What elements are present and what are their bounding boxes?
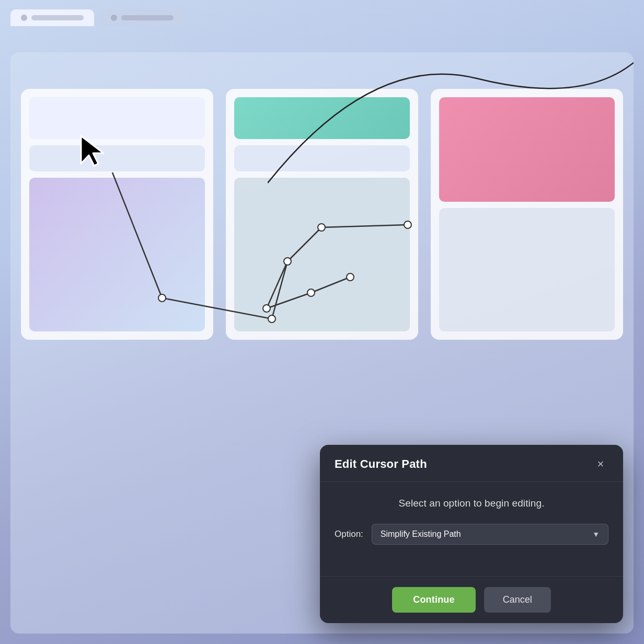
card-center-mid bbox=[234, 145, 410, 171]
tab-dot-2 bbox=[111, 15, 117, 21]
card-right-bottom bbox=[439, 208, 615, 331]
chevron-down-icon: ▼ bbox=[592, 530, 600, 538]
modal-footer: Continue Cancel bbox=[320, 576, 623, 623]
modal-subtitle: Select an option to begin editing. bbox=[335, 498, 608, 509]
tabs-bar bbox=[10, 9, 184, 26]
card-right bbox=[431, 89, 623, 340]
option-row: Option: Simplify Existing Path ▼ bbox=[335, 524, 608, 545]
card-left-bottom bbox=[29, 178, 205, 331]
tab-title-2 bbox=[121, 15, 174, 20]
card-left-top bbox=[29, 97, 205, 139]
tab-2[interactable] bbox=[100, 9, 184, 26]
tab-title-1 bbox=[31, 15, 84, 20]
option-select-dropdown[interactable]: Simplify Existing Path ▼ bbox=[372, 524, 608, 545]
selected-option-text: Simplify Existing Path bbox=[381, 530, 461, 539]
tab-1[interactable] bbox=[10, 9, 94, 26]
modal-header: Edit Cursor Path × bbox=[320, 445, 623, 482]
card-left-mid bbox=[29, 145, 205, 171]
modal-body: Select an option to begin editing. Optio… bbox=[320, 482, 623, 576]
option-label: Option: bbox=[335, 529, 363, 539]
svg-marker-0 bbox=[81, 136, 104, 166]
card-right-top bbox=[439, 97, 615, 202]
modal-dialog: Edit Cursor Path × Select an option to b… bbox=[320, 445, 623, 623]
cursor-icon bbox=[78, 133, 110, 170]
card-left bbox=[21, 89, 213, 340]
card-center bbox=[226, 89, 418, 340]
tab-dot-1 bbox=[21, 15, 27, 21]
modal-title: Edit Cursor Path bbox=[335, 457, 427, 471]
close-button[interactable]: × bbox=[593, 456, 608, 472]
card-center-top bbox=[234, 97, 410, 139]
card-grid bbox=[21, 89, 623, 340]
card-center-bottom bbox=[234, 178, 410, 331]
cancel-button[interactable]: Cancel bbox=[484, 587, 551, 613]
continue-button[interactable]: Continue bbox=[392, 587, 476, 613]
